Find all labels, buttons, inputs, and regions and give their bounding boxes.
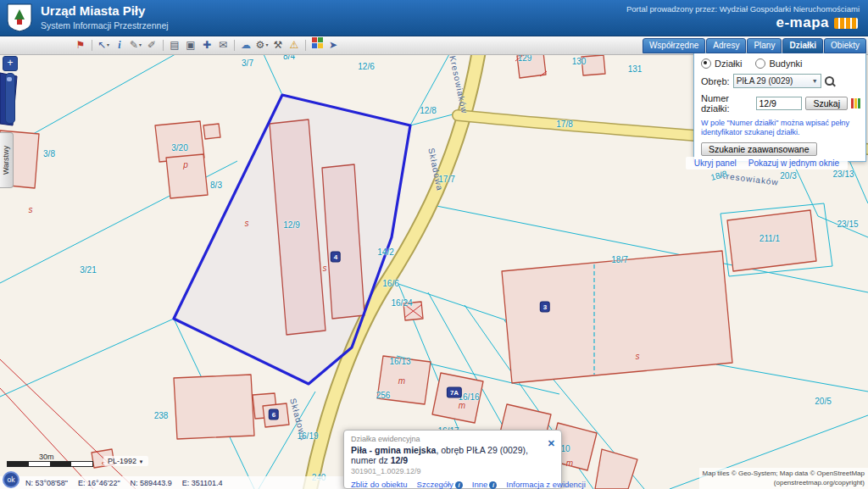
draw-icon[interactable]: ✎▾ <box>128 37 143 53</box>
parcel-label-12/6: 12/6 <box>358 62 374 71</box>
scale-distance: 30m <box>39 453 93 461</box>
tab-plany[interactable]: Plany <box>747 38 782 53</box>
parcel-label-16/19: 16/19 <box>297 431 318 441</box>
app-title: Urząd Miasta Piły <box>41 3 145 18</box>
toolbar-separator <box>92 40 92 51</box>
layers-grid-icon[interactable] <box>309 37 325 53</box>
measure-icon[interactable]: ✐ <box>144 37 159 53</box>
coordinate-readout: E: 351101.4 <box>182 479 223 487</box>
city-coat-of-arms-logo <box>6 3 33 33</box>
radio-buildings[interactable]: Budynki <box>755 58 802 69</box>
emapa-brand: e-mapa <box>776 14 829 31</box>
select-arrow-icon[interactable]: ↖▾ <box>96 37 111 53</box>
obreb-label: Obręb: <box>701 76 730 86</box>
address-marker-6: 6 <box>270 410 278 420</box>
parcel-label-12/9: 12/9 <box>283 220 299 230</box>
radio-buildings-circle[interactable] <box>755 58 765 69</box>
building-use-label: s <box>29 205 33 214</box>
building-use-label: s <box>636 352 640 361</box>
single-window-link[interactable]: Pokazuj w jednym oknie <box>748 158 839 168</box>
parcel-label-23/13: 23/13 <box>832 169 854 179</box>
parcel-number-input[interactable] <box>756 97 802 110</box>
building-use-label: p <box>183 160 188 169</box>
details-link[interactable]: Szczegółyi <box>417 480 463 489</box>
portal-note: Portal prowadzony przez: Wydział Gospoda… <box>626 4 860 14</box>
building-use-label: s <box>323 264 327 273</box>
zoom-to-object-link[interactable]: Zbliż do obiektu <box>351 480 408 489</box>
parcel-number-label: Numer działki: <box>701 93 753 114</box>
tools-icon[interactable]: ⚒ <box>270 37 286 53</box>
radio-buildings-label: Budynki <box>769 58 802 69</box>
address-marker-3: 3 <box>541 303 549 312</box>
building-use-label: s <box>245 219 249 228</box>
layers-panel-tab[interactable]: Warstwy <box>0 132 14 188</box>
legend-bars-icon[interactable] <box>851 98 860 108</box>
search-hint: W pole "Numer działki" można wpisać pełn… <box>701 119 860 138</box>
other-link[interactable]: Innei <box>472 480 498 489</box>
popup-title: Piła - gmina miejska, obręb PIŁA 29 (002… <box>351 445 554 465</box>
info-icon[interactable]: i <box>112 37 127 53</box>
coordinates-statusbar: N: 53°08'58"E: 16°46'22"N: 589443.9E: 35… <box>0 476 366 489</box>
parcel-label-16/13: 16/13 <box>389 357 410 366</box>
building-use-label: m <box>459 401 465 410</box>
tab-dzialki[interactable]: Działki <box>782 38 823 53</box>
settings-icon[interactable]: ⚙▾ <box>254 37 270 53</box>
tab-obiekty[interactable]: Obiekty <box>824 38 866 53</box>
advanced-search-button[interactable]: Szukanie zaawansowane <box>701 142 817 156</box>
parcel-label-16/6: 16/6 <box>382 279 398 288</box>
parcel-label-3/21: 3/21 <box>80 265 96 275</box>
parcel-label-20/5: 20/5 <box>815 397 831 406</box>
app-window: KresowiakówSkładowaSkładowaKresowiaków 3… <box>0 0 868 489</box>
app-subtitle: System Informacji Przestrzennej <box>41 20 169 31</box>
radio-parcels[interactable]: Działki <box>701 58 742 69</box>
panel-links: Ukryj panel Pokazuj w jednym oknie <box>686 157 848 169</box>
obreb-select-value: PIŁA 29 (0029) <box>737 76 793 86</box>
popup-links: Zbliż do obiektuSzczegółyiInneiInformacj… <box>351 480 554 489</box>
toolbar-separator <box>234 40 235 51</box>
parcel-label-12/8: 12/8 <box>420 106 436 115</box>
zoom-slider[interactable] <box>5 73 15 124</box>
mail-icon[interactable]: ✉ <box>215 37 231 53</box>
warning-icon[interactable]: ⚠ <box>287 37 302 53</box>
radio-parcels-circle[interactable] <box>701 58 711 69</box>
scale-bar-graphic <box>7 461 93 467</box>
tab-adresy[interactable]: Adresy <box>706 38 746 53</box>
toolbar-separator <box>163 40 164 51</box>
copy-view-icon[interactable]: ▣ <box>183 37 198 53</box>
address-marker-7A: 7A <box>448 388 461 397</box>
crs-selector[interactable]: PL-1992 ▼ <box>103 456 148 466</box>
parcel-label-14/2: 14/2 <box>377 247 393 257</box>
print-icon[interactable]: ▤ <box>167 37 182 53</box>
building-use-label: m <box>398 376 405 386</box>
hide-panel-link[interactable]: Ukryj panel <box>694 158 737 168</box>
search-magnifier-icon[interactable] <box>825 76 834 86</box>
obreb-select[interactable]: PIŁA 29 (0029) ▼ <box>733 74 821 88</box>
attribution-line: Map tiles © Geo-System; Map data © OpenS… <box>703 470 865 478</box>
parcel-label-17/8: 17/8 <box>556 119 572 129</box>
parcel-label-8/3: 8/3 <box>210 181 222 190</box>
zoom-in-button[interactable]: + <box>3 56 18 71</box>
layers-panel-label: Warstwy <box>3 146 11 175</box>
coordinate-readout: E: 16°46'22" <box>78 479 120 487</box>
ok-button[interactable]: ok <box>3 471 19 488</box>
parcel-label-3/8: 3/8 <box>43 149 55 158</box>
scale-bar: 30m <box>7 453 93 467</box>
registry-info-link[interactable]: Informacja z ewidencji <box>506 480 585 489</box>
pan-icon[interactable]: ✚ <box>199 37 214 53</box>
tab-wspolrzedne[interactable]: Współrzędne <box>643 38 705 53</box>
parcel-info-popup: Działka ewidencyjna ✕ Piła - gmina miejs… <box>343 430 562 489</box>
location-pin-icon[interactable]: ⚑ <box>73 37 88 53</box>
popup-parcel-ident: 301901_1.0029.12/9 <box>351 467 554 475</box>
parcel-label-20/3: 20/3 <box>780 171 796 181</box>
search-button[interactable]: Szukaj <box>805 97 848 110</box>
parcel-label-211/1: 211/1 <box>760 234 780 243</box>
cloud-icon[interactable]: ☁ <box>238 37 253 53</box>
map-attribution: Map tiles © Geo-System; Map data © OpenS… <box>699 468 868 489</box>
popup-category: Działka ewidencyjna <box>351 435 554 443</box>
parcel-label-130: 130 <box>572 57 587 66</box>
parcel-label-238: 238 <box>154 411 169 420</box>
search-panel-tabs: WspółrzędneAdresyPlanyDziałkiObiekty <box>643 38 866 53</box>
close-icon[interactable]: ✕ <box>548 439 555 448</box>
share-icon[interactable]: ➤ <box>326 37 341 53</box>
address-marker-4: 4 <box>331 253 340 262</box>
